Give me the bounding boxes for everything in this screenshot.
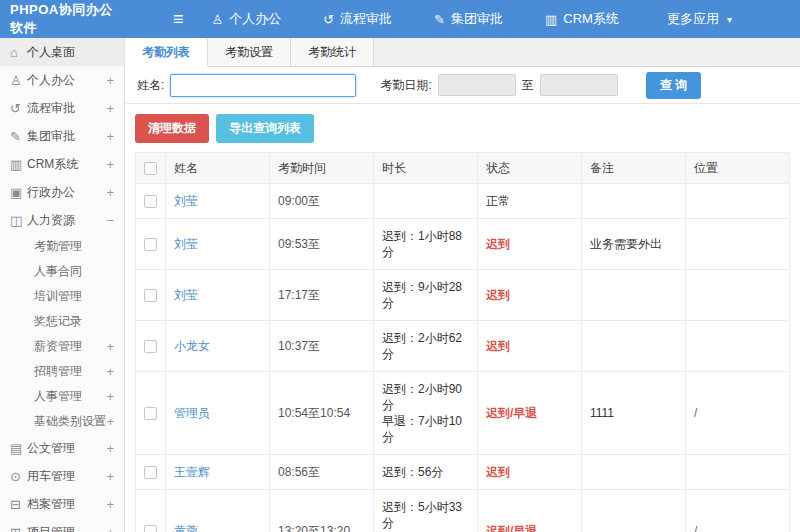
location-cell [686,184,790,219]
briefcase-icon: ▣ [10,185,27,200]
expand-toggle-icon[interactable]: − [106,213,114,228]
sidebar-item-label: 人事管理 [34,388,106,405]
remark-cell: 业务需要外出 [582,219,686,270]
home-icon: ⌂ [10,45,27,60]
status-cell: 迟到 [478,321,582,372]
employee-name-link[interactable]: 小龙女 [174,339,210,353]
hamburger-menu-icon[interactable]: ≡ [173,10,184,28]
employee-name-link[interactable]: 刘莹 [174,237,198,251]
sidebar-item[interactable]: 考勤管理 [0,234,124,259]
sidebar-item[interactable]: ↺ 流程审批 + [0,94,124,122]
row-checkbox[interactable] [144,195,157,208]
row-checkbox[interactable] [144,340,157,353]
status-badge: 迟到/早退 [486,406,537,420]
name-filter-input[interactable] [170,74,356,97]
filter-bar: 姓名: 考勤日期: 至 查 询 [125,67,800,104]
attendance-time-cell: 09:00至 [270,184,374,219]
table-row: 刘莹 17:17至 迟到：9小时28分 迟到 [136,270,790,321]
expand-toggle-icon[interactable]: + [106,101,114,116]
navbar-item[interactable]: ↺ 流程审批 [323,10,400,28]
status-badge: 迟到 [486,288,510,302]
expand-toggle-icon[interactable]: + [106,364,114,379]
sidebar-item-label: 基础类别设置 [34,413,106,430]
sidebar-item[interactable]: 人事合同 [0,259,124,284]
tab[interactable]: 考勤列表 [125,38,208,67]
sidebar-item[interactable]: ▥ CRM系统 + [0,150,124,178]
column-header: 考勤时间 [270,153,374,184]
navbar-item[interactable]: ▥ CRM系统 [545,10,627,28]
date-to-input[interactable] [540,74,618,96]
expand-toggle-icon[interactable]: + [106,73,114,88]
expand-toggle-icon[interactable]: + [106,441,114,456]
tab[interactable]: 考勤设置 [208,38,291,66]
user-icon: ♙ [212,12,224,27]
chart-icon: ▥ [545,12,557,27]
location-cell [686,270,790,321]
sidebar: ⌂ 个人桌面 ♙ 个人办公 + ↺ 流程审批 + ✎ 集团审批 + [0,38,125,532]
duration-cell: 迟到：9小时28分 [374,270,478,321]
clean-data-button[interactable]: 清理数据 [135,114,209,143]
expand-toggle-icon[interactable]: + [106,414,114,429]
sidebar-item[interactable]: ⊙ 用车管理 + [0,462,124,490]
navbar-item[interactable]: ✎ 集团审批 [434,10,511,28]
employee-name-link[interactable]: 管理员 [174,406,210,420]
expand-toggle-icon[interactable]: + [106,157,114,172]
employee-name-cell: 刘莹 [166,270,270,321]
remark-cell [582,455,686,490]
sidebar-item[interactable]: ⊞ 项目管理 + [0,518,124,532]
expand-toggle-icon[interactable]: + [106,129,114,144]
navbar-item[interactable]: 更多应用 ▾ [661,10,732,28]
expand-toggle-icon[interactable]: + [106,185,114,200]
select-all-checkbox[interactable] [144,162,157,175]
expand-toggle-icon[interactable]: + [106,469,114,484]
navbar-item-label: CRM系统 [563,10,619,28]
late-duration: 迟到：2小时90分 [382,381,469,413]
main-content: 考勤列表 考勤设置 考勤统计 姓名: 考勤日期: 至 查 询 清理数据 导出查询… [125,38,800,532]
duration-cell: 迟到：56分 [374,455,478,490]
sidebar-item[interactable]: ▣ 行政办公 + [0,178,124,206]
row-checkbox[interactable] [144,407,157,420]
row-checkbox[interactable] [144,466,157,479]
sidebar-item-label: 人事合同 [34,263,114,280]
remark-cell [582,321,686,372]
sidebar-item[interactable]: ⌂ 个人桌面 [0,38,124,66]
expand-toggle-icon[interactable]: + [106,339,114,354]
employee-name-link[interactable]: 刘莹 [174,288,198,302]
status-cell: 迟到 [478,219,582,270]
location-cell [686,219,790,270]
late-duration: 迟到：56分 [382,464,469,480]
export-list-button[interactable]: 导出查询列表 [216,114,314,143]
search-button[interactable]: 查 询 [646,72,701,99]
navbar-item[interactable]: ♙ 个人办公 [212,10,290,28]
sidebar-item[interactable]: ▤ 公文管理 + [0,434,124,462]
sidebar-item[interactable]: 薪资管理 + [0,334,124,359]
sidebar-item[interactable]: ◫ 人力资源 − [0,206,124,234]
row-checkbox[interactable] [144,289,157,302]
row-checkbox[interactable] [144,525,157,532]
date-from-input[interactable] [438,74,516,96]
tab[interactable]: 考勤统计 [291,38,374,66]
sidebar-item[interactable]: ✎ 集团审批 + [0,122,124,150]
expand-toggle-icon[interactable]: + [106,389,114,404]
sidebar-item[interactable]: 招聘管理 + [0,359,124,384]
expand-toggle-icon[interactable]: + [106,525,114,532]
status-badge: 迟到/早退 [486,524,537,532]
sidebar-item[interactable]: 人事管理 + [0,384,124,409]
sidebar-item[interactable]: 奖惩记录 [0,309,124,334]
sidebar-item[interactable]: 培训管理 [0,284,124,309]
employee-name-link[interactable]: 黄蓉 [174,524,198,532]
sidebar-item-label: 人力资源 [27,212,106,229]
workflow-icon: ↺ [10,101,27,116]
expand-toggle-icon[interactable]: + [106,497,114,512]
sidebar-item-label: 档案管理 [27,496,106,513]
employee-name-link[interactable]: 王壹辉 [174,465,210,479]
sidebar-item[interactable]: ♙ 个人办公 + [0,66,124,94]
employee-name-link[interactable]: 刘莹 [174,194,198,208]
sidebar-item[interactable]: 基础类别设置 + [0,409,124,434]
caret-down-icon: ▾ [727,14,732,25]
attendance-time-cell: 10:37至 [270,321,374,372]
row-checkbox[interactable] [144,238,157,251]
table-row: 黄蓉 13:20至13:20 迟到：5小时33分 早退：4小时67分 迟到/早退… [136,490,790,532]
sidebar-item[interactable]: ⊟ 档案管理 + [0,490,124,518]
table-row: 刘莹 09:53至 迟到：1小时88分 迟到 业务需要外出 [136,219,790,270]
